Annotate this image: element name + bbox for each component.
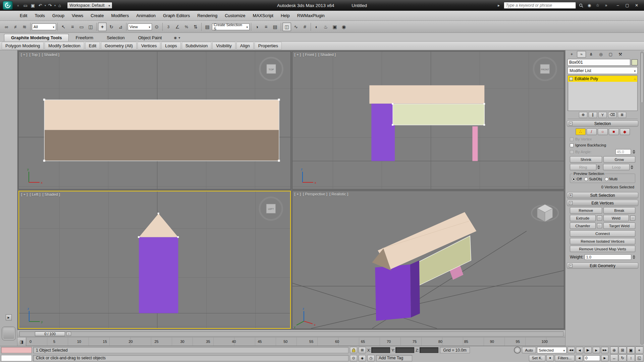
workspace-selector[interactable]: Workspace: Default [67,2,112,9]
menu-item[interactable]: MAXScript [249,11,277,20]
viewport-menu-plus[interactable]: [ + ] [21,53,28,57]
render-production-icon[interactable]: ◉ [339,22,348,31]
layer-manager-icon[interactable]: ▤ [271,22,279,31]
pan-view-icon[interactable]: ↔ [610,354,618,362]
selection-rollout-header[interactable]: Selection [567,120,638,127]
grow-button[interactable]: Grow [603,156,636,163]
target-weld-button[interactable]: Target Weld [603,223,636,229]
ribbon-panel-button[interactable]: Visibility [212,42,235,50]
select-object-icon[interactable]: ↖ [59,22,68,31]
y-coordinate-input[interactable] [395,347,414,353]
modify-tab-icon[interactable]: ≈ [577,51,586,58]
viewcube[interactable]: LEFT [260,197,282,220]
angle-snap-icon[interactable]: ∠ [173,22,182,31]
close-button[interactable]: ✕ [632,2,641,9]
select-and-scale-icon[interactable]: ⊿ [116,22,125,31]
weld-button[interactable]: Weld [603,215,629,221]
maximize-button[interactable]: ▢ [623,2,632,9]
select-and-move-icon[interactable]: + [98,22,107,31]
render-setup-icon[interactable]: ♨ [321,22,330,31]
open-mini-curve-editor-icon[interactable]: ◨ [17,338,26,346]
remove-modifier-icon[interactable]: ⌫ [608,112,616,118]
viewcube[interactable] [531,204,558,222]
3dsmax-application-button[interactable] [3,1,13,10]
redo-icon[interactable]: ↷ [47,2,53,9]
viewcube[interactable]: TOP [260,58,283,80]
preview-off-radio[interactable] [572,177,576,181]
undo-dropdown-icon[interactable]: ▾ [45,4,46,7]
selection-lock-toggle-icon[interactable]: ◈ [359,355,366,361]
menu-item[interactable]: Tools [31,11,48,20]
next-key-icon[interactable]: ▶ [593,347,600,353]
viewport-menu-plus[interactable]: [ + ] [294,192,301,196]
weight-input[interactable] [585,254,631,260]
perspective-viewport-canvas[interactable]: z y x [292,191,564,328]
expand-panel-arrow-icon[interactable]: ▶ [6,314,12,320]
ribbon-tab[interactable]: Freeform [69,34,100,41]
undo-icon[interactable]: ↶ [37,2,44,9]
ribbon-panel-button[interactable]: Vertices [138,42,160,50]
selection-lock-icon[interactable] [350,347,357,353]
infocenter-expand-icon[interactable]: ▸ [495,2,502,9]
menu-item[interactable]: Create [87,11,107,20]
maxscript-mini-listener-white[interactable] [1,355,32,361]
maximize-viewport-toggle-icon[interactable]: ◱ [635,354,643,362]
ribbon-panel-button[interactable]: Edit [85,42,100,50]
menu-item[interactable]: Customize [221,11,249,20]
selection-filter-dropdown[interactable]: All [32,23,56,30]
menu-item[interactable]: Group [49,11,68,20]
zoom-all-icon[interactable]: ⊞ [619,347,627,354]
extrude-button[interactable]: Extrude [570,215,596,221]
by-angle-spinner[interactable] [633,150,635,154]
menu-item[interactable]: Rendering [194,11,221,20]
schematic-view-icon[interactable]: # [301,22,309,31]
weld-settings-icon[interactable]: □ [630,216,635,221]
use-center-icon[interactable]: ⊙ [152,22,161,31]
communication-center-icon[interactable]: ◉ [586,2,593,9]
bench-pink-leg-front-face[interactable] [472,126,478,161]
chamfer-button[interactable]: Chamfer [570,223,596,229]
viewport-front[interactable]: [ + ] [ Front ] [ Shaded ] [292,51,565,189]
go-to-end-icon[interactable]: ▶▶ [601,347,608,353]
set-key-button[interactable]: Set K. [529,355,545,361]
track-bar-ruler[interactable]: 0510152025303540455055606570758085909510… [26,338,565,346]
preview-subobj-radio[interactable] [584,177,588,181]
remove-unused-map-verts-button[interactable]: Remove Unused Map Verts [570,246,635,252]
box-body-top-face[interactable] [45,130,279,161]
spinner-snap-icon[interactable]: ⇅ [191,22,200,31]
expand-icon[interactable] [569,193,573,197]
by-vertex-checkbox[interactable] [570,137,574,141]
element-mode-icon[interactable]: ◆ [620,128,630,135]
go-to-start-icon[interactable]: ◀◀ [568,347,575,353]
ribbon-panel-button[interactable]: Geometry (All) [101,42,137,50]
menu-item[interactable]: RWMaxPlugin [293,11,328,20]
named-selection-set-dropdown[interactable]: Create Selection S [212,23,250,30]
menu-item[interactable]: Animation [132,11,159,20]
time-slider-handle[interactable]: 0 / 100 [35,331,65,336]
shrink-button[interactable]: Shrink [570,156,602,163]
bench-leg-front-face[interactable] [371,104,395,161]
ribbon-tab[interactable]: Selection [100,34,131,41]
left-viewport-canvas[interactable]: LEFT z y [19,191,290,328]
z-coordinate-input[interactable] [420,347,438,353]
front-viewport-canvas[interactable]: FRONT z x [292,52,564,189]
favorites-star-icon[interactable]: ☆ [594,2,601,9]
bench-leg-3d-front[interactable] [375,264,411,321]
ribbon-panel-button[interactable]: Properties [255,42,282,50]
make-unique-icon[interactable]: Y [598,112,607,118]
bench-leg-3d-side[interactable] [410,260,420,317]
object-color-swatch[interactable] [632,59,638,65]
menu-item[interactable]: Views [68,11,87,20]
break-button[interactable]: Break [603,207,636,214]
menu-item[interactable]: Edit [16,11,31,20]
ribbon-panel-button[interactable]: Subdivision [182,42,212,50]
box-roof-top-face[interactable] [45,100,279,130]
zoom-extents-icon[interactable]: ▣ [627,347,635,354]
rectangular-region-icon[interactable]: ▭ [77,22,86,31]
polygon-mode-icon[interactable]: ■ [609,128,619,135]
open-file-icon[interactable]: ▭ [22,2,29,9]
ribbon-pin-icon[interactable]: ◉ [174,36,177,40]
soft-selection-rollout-header[interactable]: Soft Selection [567,192,638,198]
utilities-tab-icon[interactable]: ⚒ [616,51,625,58]
ring-spinner[interactable] [597,165,602,169]
